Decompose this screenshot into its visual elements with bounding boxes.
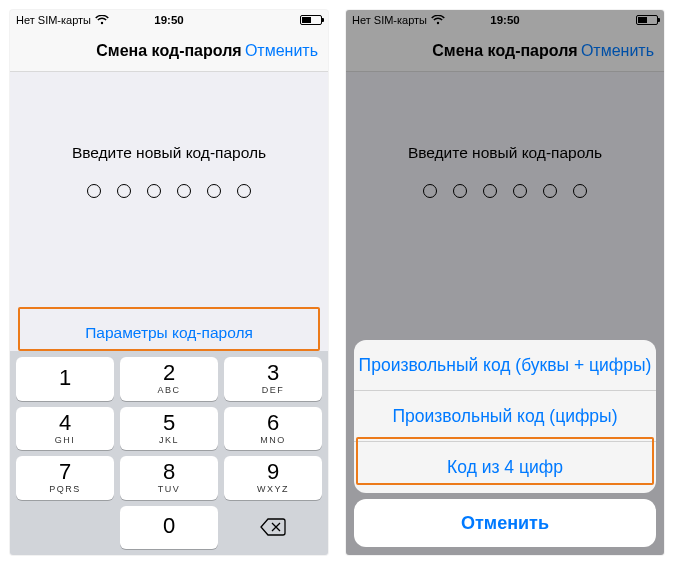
passcode-dot	[177, 184, 191, 198]
key-8[interactable]: 8TUV	[120, 456, 218, 500]
key-2[interactable]: 2ABC	[120, 357, 218, 401]
key-empty	[16, 506, 114, 550]
passcode-options-link[interactable]: Параметры код-пароля	[10, 324, 328, 342]
cancel-button[interactable]: Отменить	[245, 42, 318, 60]
passcode-dot	[483, 184, 497, 198]
status-bar: Нет SIM-карты 19:50	[346, 10, 664, 30]
key-0[interactable]: 0	[120, 506, 218, 550]
nav-bar: Смена код-пароля Отменить	[10, 30, 328, 72]
backspace-icon	[260, 518, 286, 536]
key-5[interactable]: 5JKL	[120, 407, 218, 451]
passcode-dot	[117, 184, 131, 198]
key-delete[interactable]	[224, 506, 322, 550]
passcode-dot	[573, 184, 587, 198]
passcode-dot	[87, 184, 101, 198]
key-9[interactable]: 9WXYZ	[224, 456, 322, 500]
key-6[interactable]: 6MNO	[224, 407, 322, 451]
key-3[interactable]: 3DEF	[224, 357, 322, 401]
right-screenshot: Нет SIM-карты 19:50 Смена код-пароля Отм…	[346, 10, 664, 555]
key-1[interactable]: 1	[16, 357, 114, 401]
option-4digit[interactable]: Код из 4 цифр	[354, 442, 656, 493]
battery-icon	[300, 15, 322, 25]
passcode-dot	[147, 184, 161, 198]
passcode-dot	[207, 184, 221, 198]
passcode-dots	[423, 184, 587, 198]
key-4[interactable]: 4GHI	[16, 407, 114, 451]
option-numeric-custom[interactable]: Произвольный код (цифры)	[354, 391, 656, 442]
passcode-dot	[453, 184, 467, 198]
clock-label: 19:50	[10, 14, 328, 26]
sheet-cancel-button[interactable]: Отменить	[354, 499, 656, 547]
passcode-dot	[237, 184, 251, 198]
left-screenshot: Нет SIM-карты 19:50 Смена код-пароля Отм…	[10, 10, 328, 555]
passcode-dot	[543, 184, 557, 198]
cancel-button[interactable]: Отменить	[581, 42, 654, 60]
passcode-dot	[423, 184, 437, 198]
key-7[interactable]: 7PQRS	[16, 456, 114, 500]
passcode-dot	[513, 184, 527, 198]
numeric-keypad: 1 2ABC 3DEF 4GHI 5JKL 6MNO 7PQRS 8TUV 9W…	[10, 351, 328, 555]
option-alphanumeric[interactable]: Произвольный код (буквы + цифры)	[354, 340, 656, 391]
action-sheet: Произвольный код (буквы + цифры) Произво…	[354, 340, 656, 493]
page-title: Смена код-пароля	[96, 42, 241, 60]
prompt-label: Введите новый код-пароль	[72, 144, 266, 162]
status-bar: Нет SIM-карты 19:50	[10, 10, 328, 30]
prompt-label: Введите новый код-пароль	[408, 144, 602, 162]
passcode-dots	[87, 184, 251, 198]
page-title: Смена код-пароля	[432, 42, 577, 60]
clock-label: 19:50	[346, 14, 664, 26]
battery-icon	[636, 15, 658, 25]
nav-bar: Смена код-пароля Отменить	[346, 30, 664, 72]
